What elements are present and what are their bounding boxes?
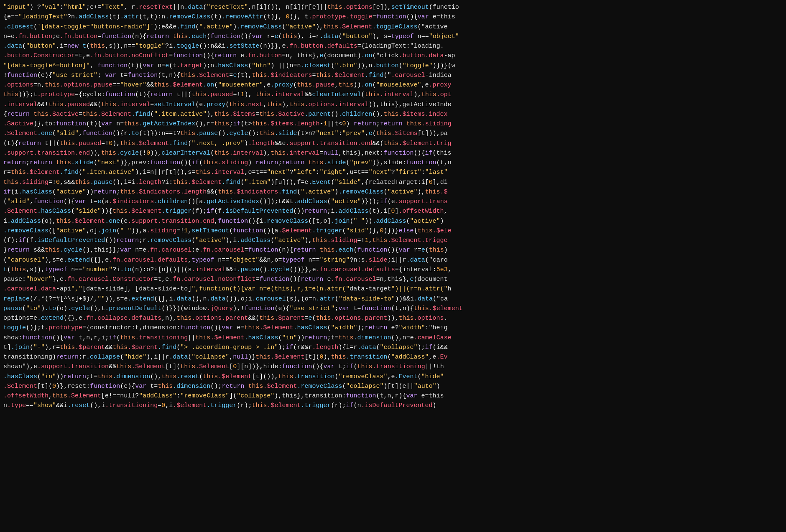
code-line: options=e.extend({},e.fn.collapse.defaul… [3, 313, 783, 323]
code-line: n.type=="show"&&i.reset(),i.transitionin… [3, 401, 783, 410]
code-line: .$element[t](0)},reset:function(e){var t… [3, 382, 783, 391]
code-line: shown"),e.support.transition&&this.$elem… [3, 362, 783, 372]
code-line: t(this,s)),typeof n=="number"?i.to(n):o?… [3, 265, 783, 275]
code-line: this))};t.prototype={cycle:function(t){r… [3, 90, 783, 99]
code-line: pause("to").to(o).cycle(),t.preventDefau… [3, 304, 783, 313]
code-line: .closest('[data-toggle="buttons-radio"]'… [3, 22, 783, 32]
code-line: "[data-toggle^=button]", function(t){var… [3, 61, 783, 71]
code-line: .$element.hasClass("slide")){this.$eleme… [3, 206, 783, 216]
code-line: .hasClass("in"))return;t=this.dimension(… [3, 372, 783, 382]
code-line: transitioning)return;r.collapse("hide"),… [3, 352, 783, 362]
code-line: .$active)},to:function(t){var n=this.get… [3, 119, 783, 129]
code-line: (f);if(f.isDefaultPrevented())return;r.r… [3, 236, 783, 245]
code-line: i.addClass(o),this.$element.one(e.suppor… [3, 216, 783, 226]
code-line: .carousel.data-api","[data-slide], [data… [3, 284, 783, 294]
code-line: r=this.$element.find(".item.active"),i=n… [3, 168, 783, 177]
code-line: .support.transition.end)),this.cycle(!0)… [3, 148, 783, 158]
code-line: pause:"hover"},e.fn.carousel.Constructor… [3, 275, 783, 284]
code-line: return;return this.slide("next")},prev:f… [3, 158, 783, 168]
code-line: {e=="loadingText"?n.addClass(t).attr(t,t… [3, 12, 783, 22]
code-line: .button.Constructor=t,e.fn.button.noConf… [3, 51, 783, 61]
code-line: .offsetWidth,this.$element[e!==null?"add… [3, 391, 783, 401]
code-line: .data("button",i=new t(this,s)),n=="togg… [3, 41, 783, 51]
code-line: this.sliding=!0,s&&this.pause(),i=i.leng… [3, 178, 783, 187]
code-line: {return this.$active=this.$element.find(… [3, 109, 783, 119]
code-line: .interval&&!this.paused&&(this.interval=… [3, 100, 783, 109]
code-line: "input") ?"val":"html";e+="Text", r.rese… [3, 3, 783, 12]
code-line: toggle()};t.prototype={constructor:t,dim… [3, 323, 783, 333]
code-line: .$element.one("slid",function(){r.to(t)}… [3, 129, 783, 138]
code-line: (t){return t||(this.paused=!0),this.$ele… [3, 139, 783, 148]
code-line: }return s&&this.cycle(),this}};var n=e.f… [3, 245, 783, 255]
code-line: .options=n,this.options.pause=="hover"&&… [3, 80, 783, 90]
code-line: !function(e){"use strict"; var t=functio… [3, 71, 783, 80]
code-line: replace(/.*(?=#[^\s]+$)/,"")),s=e.extend… [3, 294, 783, 304]
code-line: .removeClass(["active",o].join(" ")),a.s… [3, 226, 783, 236]
code-line: ("slid",function(){var t=e(a.$indicators… [3, 197, 783, 206]
code-line: ("carousel"),s=e.extend({},e.fn.carousel… [3, 255, 783, 265]
code-line: n=e.fn.button;e.fn.button=function(n){re… [3, 32, 783, 41]
code-viewer: "input") ?"val":"html";e+="Text", r.rese… [0, 0, 786, 532]
code-line: if(i.hasClass("active"))return;this.$ind… [3, 187, 783, 197]
code-line: t].join("-"),r=this.$parent&&this.$paren… [3, 343, 783, 352]
code-line: show:function(){var t,n,r,i;if(this.tran… [3, 333, 783, 343]
